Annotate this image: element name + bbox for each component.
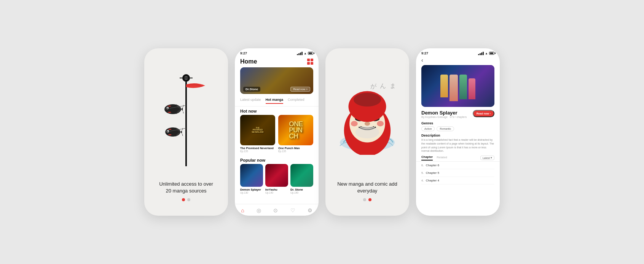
svg-point-24 (377, 121, 384, 126)
tab-completed[interactable]: Completed (288, 98, 304, 104)
hot-manga-row: THEPROMISEDNEVERLAND The Promised Neverl… (235, 115, 319, 156)
popular-title-demon: Demon Splayer (240, 188, 263, 191)
chapter-item-4[interactable]: 4. Chapter 4 (421, 177, 494, 184)
chapter-item-6[interactable]: 6. Chapter 6 (421, 162, 494, 169)
svg-point-23 (351, 121, 358, 126)
detail-time: 9:27 (421, 51, 428, 55)
back-button[interactable]: ‹ (421, 57, 423, 63)
popular-item-drstone[interactable]: Dr. Stone Up.190 (290, 164, 313, 194)
manga-title-opm: One Punch Man (278, 146, 313, 150)
chapter-tabs: Chapter Related Latest ▾ (416, 155, 500, 162)
status-time: 9:27 (240, 51, 247, 55)
home-title: Home (240, 58, 257, 65)
detail-status-icons: ▲ (478, 52, 494, 55)
tab-hot[interactable]: Hot manga (266, 98, 284, 104)
read-now-button[interactable]: Read now › (473, 110, 494, 117)
dot-1b (363, 198, 366, 201)
chevron-down-icon: ▾ (491, 156, 492, 159)
daruma-illustration (333, 79, 402, 155)
home-header: Home (235, 57, 319, 67)
genres-label: Genres (416, 120, 500, 126)
detail-author: By Koyoharu Gotouge 071+ chapters (421, 116, 467, 118)
manga-ep-neverland: Ep.135 (240, 150, 275, 153)
chapter-list: 6. Chapter 6 5. Chapter 5 4. Chapter 4 (416, 162, 500, 184)
pagination-dots-2 (363, 198, 371, 201)
genre-chips: Action Romantic (416, 126, 500, 133)
banner-read-btn[interactable]: Read now > (290, 87, 310, 92)
popular-manga-row: Demon Splayer Up.130 InrYashu Up.140 Dr.… (235, 164, 319, 197)
nav-home-icon[interactable]: ⌂ (241, 207, 244, 213)
description-text: It is a long established fact that a rea… (416, 138, 500, 155)
nav-search-icon[interactable]: ⊙ (273, 207, 278, 213)
detail-status-bar: 9:27 ▲ (416, 48, 500, 57)
dot-1 (182, 198, 185, 201)
manga-title-neverland: The Promised Neverland (240, 146, 275, 150)
pagination-dots (182, 198, 190, 201)
detail-screen: 9:27 ▲ ‹ Demon Splayer By Ko (416, 48, 500, 216)
koinobori-illustration (161, 71, 211, 170)
detail-cover-image (421, 65, 494, 107)
nav-compass-icon[interactable]: ◎ (257, 207, 261, 213)
tab-latest[interactable]: Latest update (240, 98, 261, 104)
onboarding-screen-2: まんが New manga and comic add ever (325, 48, 409, 216)
dot-2 (187, 198, 190, 201)
popular-ep-inuyasha: Up.140 (265, 191, 288, 194)
battery-icon (308, 52, 313, 55)
japanese-text: まんが (368, 79, 398, 86)
popular-title-drstone: Dr. Stone (290, 188, 313, 191)
nav-heart-icon[interactable]: ♡ (290, 207, 295, 213)
dot-2b (368, 198, 371, 201)
manga-item-neverland[interactable]: THEPROMISEDNEVERLAND The Promised Neverl… (240, 115, 275, 153)
detail-battery-icon (489, 52, 494, 55)
svg-point-22 (355, 126, 379, 138)
popular-item-demon[interactable]: Demon Splayer Up.130 (240, 164, 263, 194)
chapter-item-5[interactable]: 5. Chapter 5 (421, 169, 494, 177)
manga-item-opm[interactable]: ONEPUNCH One Punch Man Ep.135 (278, 115, 313, 153)
svg-point-21 (365, 122, 370, 126)
status-icons: ▲ (297, 52, 313, 55)
svg-point-4 (164, 104, 181, 114)
popular-ep-drstone: Up.190 (290, 191, 313, 194)
detail-title-row: Demon Splayer By Koyoharu Gotouge 071+ c… (416, 110, 500, 120)
detail-wifi-icon: ▲ (485, 52, 488, 55)
description-label: Description (416, 133, 500, 138)
hot-now-label: Hot now (235, 107, 319, 115)
genre-action[interactable]: Action (421, 126, 435, 131)
popular-title-inuyasha: InrYashu (265, 188, 288, 191)
tab-related[interactable]: Related (437, 156, 447, 160)
sort-dropdown[interactable]: Latest ▾ (480, 156, 494, 160)
onboarding-tagline-2: New manga and comic add everyday (337, 181, 397, 194)
svg-point-26 (354, 93, 381, 107)
bottom-navigation: ⌂ ◎ ⊙ ♡ ⚙ (235, 204, 319, 216)
status-bar: 9:27 ▲ (235, 48, 319, 57)
manga-ep-opm: Ep.135 (278, 150, 313, 153)
banner-title: Dr.Stone (243, 87, 260, 92)
onboarding-screen-1: Unlimited access to over 20 manga source… (144, 48, 228, 216)
genre-romantic[interactable]: Romantic (437, 126, 454, 131)
svg-point-6 (167, 108, 168, 109)
featured-banner[interactable]: Dr.Stone Read now > (240, 67, 313, 94)
popular-ep-demon: Up.130 (240, 191, 263, 194)
tab-chapter[interactable]: Chapter (421, 155, 433, 161)
grid-icon[interactable] (307, 59, 313, 65)
onboarding-tagline: Unlimited access to over 20 manga source… (159, 181, 213, 194)
detail-manga-title: Demon Splayer (421, 110, 467, 116)
popular-now-label: Popular now (235, 156, 319, 164)
home-screen: 9:27 ▲ Home Dr.Stone Read now > Latest u… (235, 48, 319, 216)
content-tabs: Latest update Hot manga Completed (235, 98, 319, 107)
wifi-icon: ▲ (304, 52, 307, 55)
popular-item-inuyasha[interactable]: InrYashu Up.140 (265, 164, 288, 194)
nav-settings-icon[interactable]: ⚙ (308, 207, 312, 213)
